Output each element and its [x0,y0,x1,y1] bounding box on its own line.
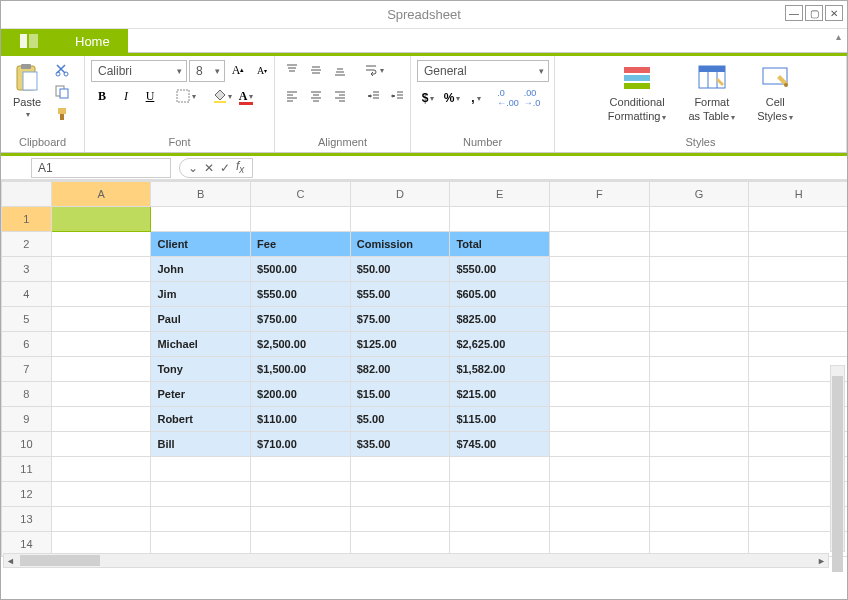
font-name-combo[interactable]: Calibri▾ [91,60,187,82]
cell[interactable]: Peter [151,382,251,407]
formula-cancel-icon[interactable]: ✕ [204,161,214,175]
cell[interactable]: $550.00 [251,282,351,307]
cell[interactable] [151,207,251,232]
cell[interactable]: John [151,257,251,282]
cell[interactable]: Jim [151,282,251,307]
col-header[interactable]: D [350,182,450,207]
italic-button[interactable]: I [115,86,137,106]
paste-button[interactable]: Paste ▾ [7,60,47,121]
row-header[interactable]: 5 [2,307,52,332]
cell[interactable]: $35.00 [350,432,450,457]
formula-accept-icon[interactable]: ✓ [220,161,230,175]
increase-decimal-button[interactable]: .0←.00 [497,88,519,108]
cell[interactable]: $750.00 [251,307,351,332]
row-header[interactable]: 2 [2,232,52,257]
align-top-button[interactable] [281,60,303,80]
scrollbar-thumb[interactable] [20,555,100,566]
close-button[interactable]: ✕ [825,5,843,21]
cell[interactable]: $82.00 [350,357,450,382]
cell[interactable]: $710.00 [251,432,351,457]
row-header[interactable]: 12 [2,482,52,507]
col-header[interactable]: G [649,182,749,207]
conditional-formatting-button[interactable]: Conditional Formatting▾ [604,60,671,134]
comma-button[interactable]: ,▾ [465,88,487,108]
cell[interactable]: $500.00 [251,257,351,282]
currency-button[interactable]: $▾ [417,88,439,108]
cell[interactable]: $5.00 [350,407,450,432]
cell[interactable]: $55.00 [350,282,450,307]
align-middle-button[interactable] [305,60,327,80]
decrease-decimal-button[interactable]: .00→.0 [521,88,543,108]
wrap-text-button[interactable]: ▾ [363,60,385,80]
row-header[interactable]: 4 [2,282,52,307]
cell[interactable]: Tony [151,357,251,382]
scroll-right-icon[interactable]: ► [815,554,828,567]
cut-button[interactable] [51,60,73,80]
maximize-button[interactable]: ▢ [805,5,823,21]
cell[interactable]: Paul [151,307,251,332]
col-header[interactable]: A [51,182,151,207]
cell[interactable]: $550.00 [450,257,550,282]
col-header[interactable]: H [749,182,847,207]
borders-button[interactable]: ▾ [175,86,197,106]
ribbon-expand-icon[interactable]: ▴ [836,31,841,42]
cell-styles-button[interactable]: Cell Styles▾ [753,60,797,134]
format-as-table-button[interactable]: Format as Table▾ [684,60,739,134]
col-header[interactable]: E [450,182,550,207]
cell[interactable]: $605.00 [450,282,550,307]
cell[interactable]: $115.00 [450,407,550,432]
formula-dropdown-icon[interactable]: ⌄ [188,161,198,175]
cell[interactable]: $1,582.00 [450,357,550,382]
cell[interactable]: $75.00 [350,307,450,332]
cell[interactable]: Fee [251,232,351,257]
col-header[interactable]: C [251,182,351,207]
underline-button[interactable]: U [139,86,161,106]
cell[interactable]: Total [450,232,550,257]
row-header[interactable]: 7 [2,357,52,382]
scroll-left-icon[interactable]: ◄ [4,554,17,567]
col-header[interactable]: B [151,182,251,207]
cell[interactable]: $15.00 [350,382,450,407]
row-header[interactable]: 8 [2,382,52,407]
fx-icon[interactable]: fx [236,159,244,175]
format-painter-button[interactable] [51,104,73,124]
cell[interactable]: $125.00 [350,332,450,357]
row-header[interactable]: 13 [2,507,52,532]
align-center-button[interactable] [305,86,327,106]
align-left-button[interactable] [281,86,303,106]
horizontal-scrollbar[interactable]: ◄ ► [3,553,829,568]
fill-color-button[interactable]: ▾ [211,86,233,106]
font-size-combo[interactable]: 8▾ [189,60,225,82]
vertical-scrollbar[interactable] [830,365,845,552]
name-box[interactable]: A1 [31,158,171,178]
copy-button[interactable] [51,82,73,102]
cell[interactable] [51,207,151,232]
font-color-button[interactable]: A▾ [235,86,257,106]
number-format-combo[interactable]: General▾ [417,60,549,82]
decrease-font-button[interactable]: A▾ [251,60,273,80]
col-header[interactable]: F [550,182,650,207]
row-header[interactable]: 10 [2,432,52,457]
spreadsheet-grid[interactable]: A B C D E F G H 1 2 Client Fee Comission… [1,180,847,572]
tab-home[interactable]: Home [57,29,128,53]
align-bottom-button[interactable] [329,60,351,80]
cell[interactable]: Client [151,232,251,257]
row-header[interactable]: 1 [2,207,52,232]
increase-font-button[interactable]: A▴ [227,60,249,80]
bold-button[interactable]: B [91,86,113,106]
cell[interactable]: Michael [151,332,251,357]
increase-indent-button[interactable] [387,86,409,106]
cell[interactable]: $50.00 [350,257,450,282]
cell[interactable]: $745.00 [450,432,550,457]
cell[interactable]: Robert [151,407,251,432]
tab-file[interactable] [1,29,57,53]
cell[interactable]: $215.00 [450,382,550,407]
cell[interactable]: $2,500.00 [251,332,351,357]
scrollbar-thumb[interactable] [832,376,843,572]
cell[interactable]: $110.00 [251,407,351,432]
select-all-corner[interactable] [2,182,52,207]
cell[interactable]: $1,500.00 [251,357,351,382]
row-header[interactable]: 6 [2,332,52,357]
row-header[interactable]: 9 [2,407,52,432]
percent-button[interactable]: %▾ [441,88,463,108]
